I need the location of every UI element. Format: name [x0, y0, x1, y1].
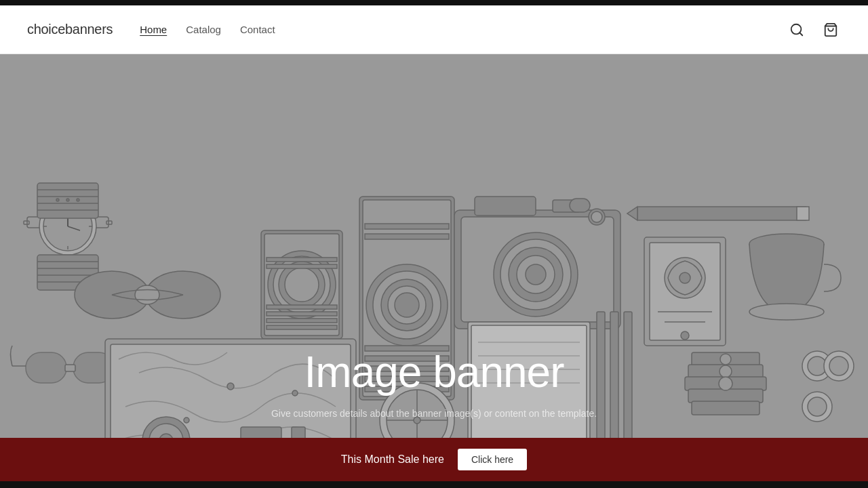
svg-rect-69 [637, 207, 807, 220]
svg-rect-90 [292, 427, 305, 438]
svg-rect-40 [267, 312, 337, 316]
hero-banner: Image banner Give customers details abou… [0, 54, 868, 438]
nav-links: Home Catalog Contact [140, 24, 275, 36]
svg-rect-41 [267, 319, 337, 323]
svg-point-67 [591, 211, 602, 222]
svg-point-77 [679, 272, 690, 283]
svg-point-30 [135, 285, 159, 304]
svg-rect-59 [475, 197, 536, 216]
svg-rect-51 [365, 234, 449, 239]
svg-point-65 [526, 264, 546, 285]
nav-item-contact[interactable]: Contact [240, 24, 275, 36]
hero-title-container: Image banner [304, 347, 564, 397]
sale-text: This Month Sale here [341, 453, 444, 466]
search-icon [789, 22, 804, 37]
svg-rect-37 [267, 258, 337, 262]
cart-icon [823, 22, 838, 37]
nav-item-catalog[interactable]: Catalog [186, 24, 221, 36]
svg-rect-102 [624, 312, 632, 438]
nav-item-home[interactable]: Home [140, 24, 167, 36]
svg-point-22 [77, 199, 79, 201]
svg-point-111 [720, 354, 731, 365]
svg-rect-89 [241, 427, 281, 438]
svg-point-73 [749, 304, 824, 320]
svg-point-91 [227, 383, 234, 390]
nav-left: choicebanners Home Catalog Contact [27, 22, 275, 37]
cart-button[interactable] [821, 20, 841, 40]
navbar: choicebanners Home Catalog Contact [0, 5, 868, 54]
svg-rect-101 [610, 312, 618, 438]
svg-rect-68 [570, 199, 590, 212]
nav-link-contact[interactable]: Contact [240, 24, 275, 35]
brand-logo[interactable]: choicebanners [27, 22, 113, 37]
announcement-bar: This Month Sale here Click here [0, 438, 868, 481]
nav-right [787, 20, 841, 40]
svg-rect-71 [797, 207, 809, 220]
svg-rect-83 [65, 365, 75, 371]
svg-point-112 [719, 365, 732, 378]
svg-point-49 [395, 293, 419, 317]
svg-point-36 [285, 268, 319, 302]
hero-subtitle: Give customers details about the banner … [0, 408, 868, 419]
svg-line-1 [800, 33, 802, 35]
svg-point-21 [66, 199, 69, 201]
click-here-button[interactable]: Click here [458, 449, 527, 470]
svg-rect-81 [26, 352, 66, 383]
svg-rect-50 [365, 224, 449, 229]
search-button[interactable] [787, 20, 807, 40]
svg-rect-38 [267, 264, 337, 268]
svg-rect-39 [267, 305, 337, 309]
nav-link-catalog[interactable]: Catalog [186, 24, 221, 35]
svg-rect-100 [597, 312, 605, 438]
svg-point-20 [56, 199, 59, 201]
svg-rect-109 [688, 389, 763, 403]
bottom-black-bar [0, 481, 868, 488]
hero-title: Image banner [304, 347, 564, 397]
top-black-bar [0, 0, 868, 5]
svg-rect-42 [267, 325, 337, 329]
svg-point-119 [829, 357, 848, 375]
svg-point-113 [719, 377, 732, 390]
nav-link-home[interactable]: Home [140, 24, 167, 35]
svg-point-93 [292, 390, 298, 396]
svg-point-80 [681, 331, 689, 340]
